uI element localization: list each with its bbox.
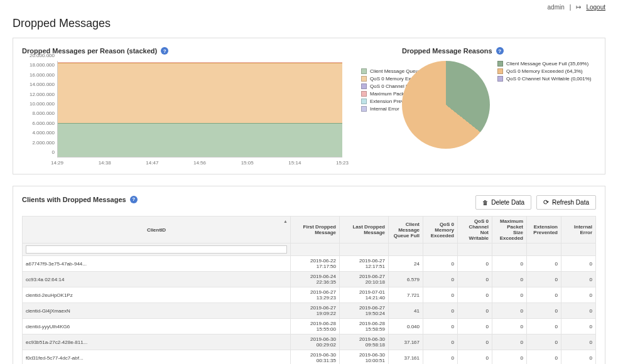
- cell-err: 0: [561, 287, 596, 303]
- cell-ext: 0: [527, 303, 561, 319]
- cell-ext: 0: [527, 287, 561, 303]
- y-tick: 18.000.000: [30, 62, 55, 68]
- cell-last: 2019-06-30 10:00:51: [340, 350, 389, 365]
- cell-err: 0: [561, 335, 596, 350]
- cell-pkt: 0: [492, 256, 527, 272]
- table-row[interactable]: ec93b51a-27c2-428e-811...2019-06-30 00:2…: [23, 335, 596, 350]
- cell-chan: 0: [458, 287, 492, 303]
- cell-mem: 0: [423, 256, 458, 272]
- logout-icon: [576, 4, 581, 11]
- cell-clientid: ec93b51a-27c2-428e-811...: [23, 335, 291, 350]
- y-tick: 6.000.000: [32, 120, 55, 126]
- table-row[interactable]: clentid-Gl4jXmaexN2019-06-27 19:09:22201…: [23, 303, 596, 319]
- clients-title: Clients with Dropped Messages: [22, 196, 126, 203]
- cell-ext: 0: [527, 256, 561, 272]
- topbar: admin | Logout: [0, 0, 618, 14]
- cell-err: 0: [561, 350, 596, 365]
- cell-chan: 0: [458, 350, 492, 365]
- y-tick: 2.000.000: [32, 139, 55, 145]
- logout-link[interactable]: Logout: [586, 4, 605, 11]
- table-row[interactable]: cc93:4a 02:64:142019-06-24 22:36:352019-…: [23, 272, 596, 287]
- table-row[interactable]: clentid-yyyUlh4KG62019-06-28 15:55:00201…: [23, 319, 596, 335]
- col-clientid[interactable]: ClientID▲: [23, 217, 291, 244]
- cell-mem: 0: [423, 350, 458, 365]
- y-tick: 10.000.000: [30, 101, 55, 107]
- y-tick: 16.000.000: [30, 72, 55, 77]
- cell-chan: 0: [458, 256, 492, 272]
- cell-pkt: 0: [492, 303, 527, 319]
- cell-queue: 41: [389, 303, 423, 319]
- x-tick: 15:05: [241, 160, 254, 166]
- cell-queue: 0.040: [389, 319, 423, 335]
- help-icon[interactable]: ?: [496, 47, 504, 55]
- cell-chan: 0: [458, 272, 492, 287]
- cell-pkt: 0: [492, 319, 527, 335]
- charts-panel: Dropped Messages per Reason (stacked) ? …: [13, 38, 605, 174]
- y-tick: 14.000.000: [30, 82, 55, 87]
- pie-chart-title: Dropped Message Reasons: [402, 47, 492, 55]
- cell-last: 2019-06-27 19:50:24: [340, 303, 389, 319]
- pie-chart-section: Dropped Message Reasons ? Client Message…: [402, 47, 609, 168]
- cell-err: 0: [561, 256, 596, 272]
- cell-first: 2019-06-28 15:55:00: [291, 319, 340, 335]
- y-tick: 8.000.000: [32, 110, 55, 116]
- cell-first: 2019-06-22 17:17:50: [291, 256, 340, 272]
- col-last[interactable]: Last Dropped Message: [340, 217, 389, 244]
- cell-clientid: a67747f9-3e75-47ab-944...: [23, 256, 291, 272]
- help-icon[interactable]: ?: [130, 196, 138, 203]
- delete-data-button[interactable]: Delete Data: [475, 195, 531, 210]
- cell-first: 2019-06-24 22:36:35: [291, 272, 340, 287]
- cell-err: 0: [561, 303, 596, 319]
- cell-last: 2019-06-27 12:17:51: [340, 256, 389, 272]
- col-first[interactable]: First Dropped Message: [291, 217, 340, 244]
- y-tick: 20.000.000: [30, 53, 55, 58]
- pie-chart[interactable]: [402, 61, 490, 149]
- stacked-chart-section: Dropped Messages per Reason (stacked) ? …: [22, 47, 389, 168]
- cell-ext: 0: [527, 335, 561, 350]
- x-tick: 15:23: [336, 160, 349, 166]
- sort-icon: ▲: [283, 219, 288, 223]
- page-title: Dropped Messages: [0, 14, 618, 38]
- cell-queue: 6.579: [389, 272, 423, 287]
- cell-chan: 0: [458, 335, 492, 350]
- cell-chan: 0: [458, 303, 492, 319]
- col-mem[interactable]: QoS 0 Memory Exceeded: [423, 217, 458, 244]
- cell-ext: 0: [527, 272, 561, 287]
- cell-clientid: clentid-yyyUlh4KG6: [23, 319, 291, 335]
- help-icon[interactable]: ?: [161, 47, 168, 55]
- col-err[interactable]: Internal Error: [561, 217, 596, 244]
- clients-table: ClientID▲ First Dropped Message Last Dro…: [22, 216, 596, 364]
- cell-last: 2019-06-30 09:58:18: [340, 335, 389, 350]
- table-row[interactable]: f0d31fed-5c77-4dc7-abf...2019-06-30 00:3…: [23, 350, 596, 365]
- cell-last: 2019-07-01 14:21:40: [340, 287, 389, 303]
- cell-last: 2019-06-27 20:10:18: [340, 272, 389, 287]
- stacked-area-chart[interactable]: 02.000.0004.000.0006.000.0008.000.00010.…: [22, 61, 342, 168]
- table-row[interactable]: clentid-2euHpOK1Pz2019-06-27 13:29:23201…: [23, 287, 596, 303]
- refresh-data-button[interactable]: Refresh Data: [536, 195, 596, 210]
- clientid-filter-input[interactable]: [26, 245, 287, 254]
- x-tick: 14:38: [99, 160, 111, 166]
- current-user: admin: [548, 4, 565, 11]
- cell-queue: 37.167: [389, 335, 423, 350]
- cell-clientid: f0d31fed-5c77-4dc7-abf...: [23, 350, 291, 365]
- col-ext[interactable]: Extension Prevented: [527, 217, 561, 244]
- cell-first: 2019-06-30 00:31:35: [291, 350, 340, 365]
- cell-last: 2019-06-28 15:58:59: [340, 319, 389, 335]
- x-tick: 14:47: [146, 160, 158, 166]
- table-row[interactable]: a67747f9-3e75-47ab-944...2019-06-22 17:1…: [23, 256, 596, 272]
- x-tick: 14:56: [193, 160, 206, 166]
- pie-chart-legend: Client Message Queue Full (35,69%) QoS 0…: [497, 61, 591, 83]
- cell-clientid: clentid-2euHpOK1Pz: [23, 287, 291, 303]
- col-pkt[interactable]: Maximum Packet Size Exceeded: [492, 217, 527, 244]
- cell-mem: 0: [423, 319, 458, 335]
- cell-pkt: 0: [492, 287, 527, 303]
- x-tick: 15:14: [288, 160, 301, 166]
- cell-mem: 0: [423, 287, 458, 303]
- col-queue[interactable]: Client Message Queue Full: [389, 217, 423, 244]
- col-chan[interactable]: QoS 0 Channel Not Writable: [458, 217, 492, 244]
- trash-icon: [482, 199, 488, 206]
- cell-clientid: cc93:4a 02:64:14: [23, 272, 291, 287]
- cell-chan: 0: [458, 319, 492, 335]
- cell-first: 2019-06-27 13:29:23: [291, 287, 340, 303]
- cell-pkt: 0: [492, 272, 527, 287]
